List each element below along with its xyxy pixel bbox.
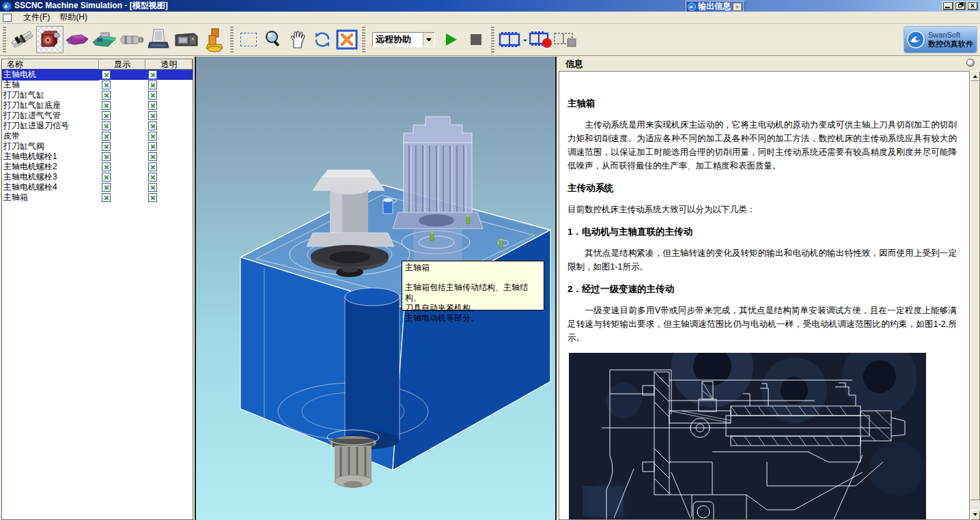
show-checkbox[interactable] [102, 111, 111, 120]
tree-row[interactable]: 打刀缸进气气管 [2, 111, 193, 121]
tree-row[interactable]: 主轴电机螺栓1 [2, 151, 193, 162]
tree-row[interactable]: 主轴电机螺栓4 [2, 182, 193, 192]
toolbar-grip[interactable] [3, 27, 6, 53]
pan-icon[interactable] [285, 26, 310, 53]
minimize-button[interactable] [942, 1, 953, 10]
output-window-titlebar[interactable]: 输出信息 x [686, 1, 744, 12]
tree-row[interactable]: 皮带 [2, 131, 193, 141]
close-button[interactable]: × [967, 1, 978, 10]
machine-bed-icon[interactable] [91, 26, 118, 53]
tree-row[interactable]: 打刀缸气缸 [2, 90, 193, 100]
restore-button[interactable] [955, 1, 966, 10]
tooltip-body: 主轴箱包括主轴传动结构、主轴结构、刀具自动夹紧机构、主轴电动机等部分。 [405, 283, 541, 323]
tree-header-name[interactable]: 名称 [2, 59, 99, 70]
toolbar-grip[interactable] [491, 27, 494, 53]
transparent-checkbox[interactable] [148, 91, 157, 100]
window-title: SSCNC Machine Simulation - [模型视图] [14, 0, 168, 12]
spindle-head-icon[interactable] [118, 26, 145, 53]
part-name[interactable]: 主轴箱 [2, 192, 99, 203]
zoom-fit-icon[interactable] [335, 26, 359, 53]
scroll-up-button[interactable] [970, 71, 980, 81]
tree-body: 主轴电机 主轴 打刀缸气缸 打刀缸气缸底座 打刀缸进气气管 打刀缸进退 [2, 70, 193, 203]
show-checkbox[interactable] [102, 183, 111, 192]
tree-row[interactable]: 打刀缸气阀 [2, 141, 193, 151]
tree-header: 名称 显示 透明 [2, 59, 193, 70]
menu-bar: 文件(F) 帮助(H) × [0, 12, 980, 24]
transparent-checkbox[interactable] [148, 132, 157, 141]
combobox-dropdown-button[interactable] [423, 33, 434, 46]
show-checkbox[interactable] [102, 70, 111, 79]
remote-assist-value: 远程协助 [373, 33, 423, 46]
select-region-icon[interactable] [236, 26, 261, 53]
animation-stop-icon[interactable] [553, 26, 578, 53]
tree-row[interactable]: 主轴箱 [2, 192, 193, 203]
machine-part-icon[interactable] [64, 26, 91, 53]
tree-row[interactable]: 主轴电机螺栓3 [2, 172, 193, 182]
sphere-icon[interactable] [966, 59, 975, 67]
chevron-down-icon [426, 38, 432, 44]
menu-file[interactable]: 文件(F) [18, 11, 55, 24]
spindle-figure: 主电机 联轴器 主轴 [569, 353, 926, 520]
chevron-down-icon[interactable] [523, 40, 527, 42]
transparent-checkbox[interactable] [148, 193, 157, 202]
rotate-icon[interactable] [310, 26, 335, 53]
tree-row[interactable]: 打刀缸进退刀信号 [2, 121, 193, 131]
animation-icon[interactable] [497, 26, 522, 53]
output-close-icon[interactable]: x [733, 3, 742, 11]
info-scrollbar[interactable] [970, 71, 980, 520]
tree-header-show[interactable]: 显示 [99, 59, 145, 70]
column-icon[interactable] [145, 26, 173, 53]
show-checkbox[interactable] [102, 142, 111, 151]
tree-row[interactable]: 主轴电机 [2, 70, 193, 80]
triangle-down-icon [973, 513, 977, 518]
tree-row[interactable]: 主轴 [2, 80, 193, 90]
tree-header-transparent[interactable]: 透明 [145, 59, 193, 70]
toolbar-grip[interactable] [362, 27, 365, 53]
animation-record-icon[interactable] [529, 26, 553, 53]
show-checkbox[interactable] [102, 132, 111, 141]
model-tooltip: 主轴箱 主轴箱包括主轴传动结构、主轴结构、刀具自动夹紧机构、主轴电动机等部分。 [402, 261, 544, 310]
play-button[interactable] [439, 26, 464, 53]
show-checkbox[interactable] [102, 91, 111, 100]
transparent-checkbox[interactable] [148, 70, 157, 79]
info-content[interactable]: 主轴箱 主传动系统是用来实现机床主运动的，它将主电动机的原动力变成可供主轴上刀具… [559, 71, 970, 520]
play-icon [446, 33, 457, 46]
logo-line2: 数控仿真软件 [928, 40, 973, 48]
show-checkbox[interactable] [102, 162, 111, 171]
transparent-checkbox[interactable] [148, 142, 157, 151]
transparent-checkbox[interactable] [148, 162, 157, 171]
stop-button[interactable] [464, 26, 488, 53]
transparent-checkbox[interactable] [148, 173, 157, 182]
transparent-checkbox[interactable] [148, 121, 157, 130]
info-paragraph: 其忧点是结构紧凑，但主轴转速的变化及转矩的输出和电动机的输出特性致，因而使用上受… [568, 246, 957, 274]
tree-row[interactable]: 主轴电机螺栓2 [2, 162, 193, 172]
child-window-icon[interactable] [3, 14, 12, 22]
stop-icon [471, 34, 481, 45]
spindle-box-icon[interactable] [36, 26, 64, 53]
transparent-checkbox[interactable] [148, 101, 157, 110]
show-checkbox[interactable] [102, 81, 111, 89]
spindle-shaft-icon[interactable] [9, 26, 36, 53]
transparent-checkbox[interactable] [148, 81, 157, 89]
show-checkbox[interactable] [102, 121, 111, 130]
triangle-up-icon [973, 73, 977, 78]
scroll-down-button[interactable] [970, 510, 980, 520]
machine-tool-icon[interactable] [173, 26, 200, 53]
remote-assist-combobox[interactable]: 远程协助 [372, 32, 435, 47]
zoom-icon[interactable] [261, 26, 285, 53]
show-checkbox[interactable] [102, 173, 111, 182]
tree-row[interactable]: 打刀缸气缸底座 [2, 100, 193, 111]
toolbar-grip[interactable] [230, 27, 234, 53]
model-viewport[interactable]: 主轴箱 主轴箱包括主轴传动结构、主轴结构、刀具自动夹紧机构、主轴电动机等部分。 [195, 57, 557, 520]
scrollbar-thumb[interactable] [970, 81, 980, 500]
title-bar: SSCNC Machine Simulation - [模型视图] 输出信息 x… [0, 0, 980, 12]
show-checkbox[interactable] [102, 193, 111, 202]
transparent-checkbox[interactable] [148, 111, 157, 120]
transparent-checkbox[interactable] [148, 152, 157, 161]
show-checkbox[interactable] [102, 101, 111, 110]
menu-help[interactable]: 帮助(H) [55, 11, 92, 24]
show-checkbox[interactable] [102, 152, 111, 161]
tool-magazine-icon[interactable] [200, 26, 227, 53]
transparent-checkbox[interactable] [148, 183, 157, 192]
info-paragraph: 目前数控机床主传动系统大致可以分为以下几类： [568, 203, 957, 216]
